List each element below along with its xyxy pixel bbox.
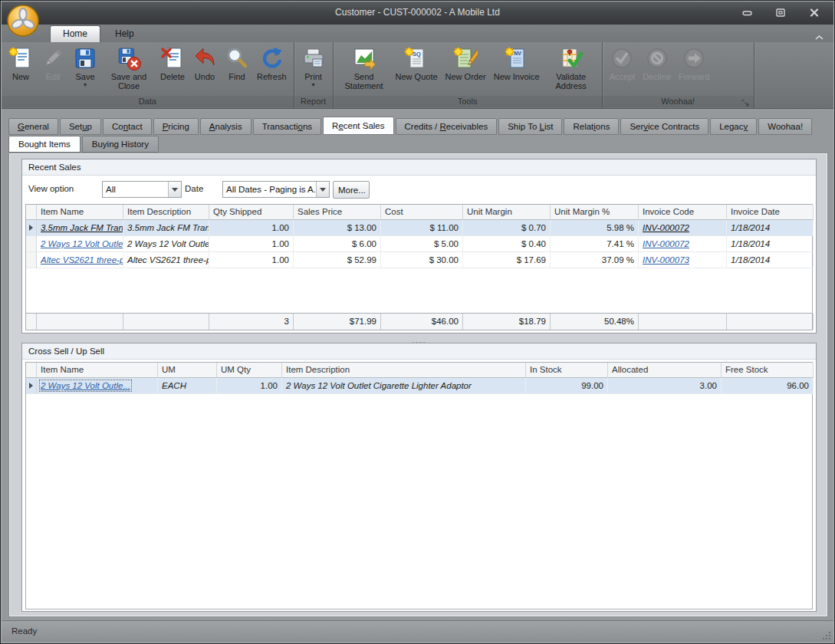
save-button[interactable]: Save▾ [69, 44, 101, 87]
column-header-qty-shipped[interactable]: Qty Shipped [209, 205, 294, 220]
column-header-um-qty[interactable]: UM Qty [217, 363, 282, 378]
invoice_code-link[interactable]: INV-000073 [643, 255, 689, 264]
print-button[interactable]: Print▾ [298, 44, 330, 87]
column-header-unit-margin[interactable]: Unit Margin [463, 205, 551, 220]
chevron-up-icon [814, 34, 824, 41]
column-header-invoice-date[interactable]: Invoice Date [727, 205, 814, 220]
table-row[interactable]: 2 Ways 12 Volt Outle...EACH1.002 Ways 12… [26, 378, 812, 394]
view-option-label: View option [28, 184, 74, 193]
column-header-um[interactable]: UM [158, 363, 217, 378]
new-quote-icon: SQ [404, 46, 429, 71]
date-dropdown[interactable]: All Dates - Paging is A... [222, 181, 330, 198]
view-option-dropdown[interactable]: All [102, 181, 182, 198]
tab-credits-receivables[interactable]: Credits / Receivables [396, 118, 498, 135]
forward-icon [682, 46, 706, 71]
invoice_code-link[interactable]: INV-000072 [643, 223, 689, 232]
resize-grip[interactable] [821, 630, 830, 639]
tab-transactions[interactable]: Transactions [253, 118, 321, 135]
tab-relations[interactable]: Relations [564, 118, 619, 135]
close-button[interactable] [806, 7, 823, 18]
find-label: Find [228, 72, 245, 81]
cell-item_description: 2 Ways 12 Volt Outlet Cigarette Lighter … [282, 378, 526, 394]
panel-splitter[interactable]: ···· [21, 334, 817, 342]
tab-setup[interactable]: Setup [60, 118, 101, 135]
save-and-close-button[interactable]: Save and Close [101, 44, 156, 90]
tab-service-contracts[interactable]: Service Contracts [620, 118, 708, 135]
cell-cost: $ 11.00 [381, 220, 463, 236]
new-order-button[interactable]: New Order [442, 44, 490, 81]
find-button[interactable]: Find [221, 44, 253, 81]
table-row[interactable]: 3.5mm Jack FM Tran...3.5mm Jack FM Tran.… [26, 220, 812, 236]
ribbon-tab-help[interactable]: Help [102, 25, 147, 42]
column-header-cost[interactable]: Cost [381, 205, 463, 220]
refresh-button[interactable]: Refresh [253, 44, 291, 81]
table-row[interactable]: 2 Ways 12 Volt Outle...2 Ways 12 Volt Ou… [26, 236, 812, 252]
item_name-link[interactable]: Altec VS2621 three-p... [41, 255, 123, 264]
new-button[interactable]: New [5, 44, 37, 81]
cell-invoice_date: 1/18/2014 [727, 220, 814, 236]
item_name-link[interactable]: 3.5mm Jack FM Tran... [41, 223, 123, 232]
ribbon-tab-home[interactable]: Home [50, 25, 100, 42]
edit-label: Edit [46, 72, 61, 81]
send-statement-button[interactable]: Send Statement [337, 44, 392, 90]
cell-item_name: 3.5mm Jack FM Tran... [37, 220, 123, 236]
cell-sales_price: $ 13.00 [294, 220, 381, 236]
send-statement-icon [352, 46, 376, 71]
column-header-invoice-code[interactable]: Invoice Code [639, 205, 727, 220]
item_name-link[interactable]: 2 Ways 12 Volt Outle... [41, 239, 123, 248]
sub-tab-buying-history[interactable]: Buying History [82, 136, 159, 153]
table-row[interactable]: Altec VS2621 three-p...Altec VS2621 thre… [26, 252, 812, 268]
total-item_description [123, 314, 209, 330]
column-header-item-description[interactable]: Item Description [282, 363, 526, 378]
total-invoice_date [727, 314, 814, 330]
cell-invoice_date: 1/18/2014 [727, 252, 814, 268]
maximize-button[interactable] [772, 7, 789, 18]
ribbon-group-woohaa: AcceptDeclineForwardWoohaa! [603, 42, 754, 108]
column-header-in-stock[interactable]: In Stock [526, 363, 608, 378]
validate-address-button[interactable]: Validate Address [544, 44, 599, 90]
accept-label: Accept [610, 72, 636, 81]
total-cost: $46.00 [381, 314, 463, 330]
tab-legacy[interactable]: Legacy [710, 118, 757, 135]
view-option-dropdown-button[interactable] [168, 182, 181, 197]
new-order-icon [453, 46, 478, 71]
column-header-item-description[interactable]: Item Description [123, 205, 209, 220]
tab-pricing[interactable]: Pricing [153, 118, 199, 135]
chevron-down-icon [172, 188, 178, 192]
column-header-allocated[interactable]: Allocated [608, 363, 722, 378]
column-header-free-stock[interactable]: Free Stock [722, 363, 814, 378]
tab-woohaa[interactable]: Woohaa! [758, 118, 812, 135]
decline-label: Decline [643, 72, 671, 81]
recent-sales-grid: Item NameItem DescriptionQty ShippedSale… [25, 204, 813, 330]
window-title: Customer - CUST-000002 - A Mobile Ltd [2, 7, 833, 18]
column-header-item-name[interactable]: Item Name [37, 363, 158, 378]
more-button[interactable]: More... [333, 181, 370, 199]
forward-button: Forward [675, 44, 713, 81]
ribbon-group-label-data: Data [2, 96, 294, 107]
tab-ship-to-list[interactable]: Ship To List [498, 118, 562, 135]
item_name-link[interactable]: 2 Ways 12 Volt Outle... [41, 381, 130, 390]
recent-sales-groupbox: Recent Sales View option All Date All Da… [21, 159, 817, 334]
current-row-arrow-icon [29, 383, 33, 389]
column-header-sales-price[interactable]: Sales Price [294, 205, 381, 220]
tab-recent-sales[interactable]: Recent Sales [323, 117, 393, 135]
minimize-button[interactable] [738, 7, 755, 18]
column-header-item-name[interactable]: Item Name [37, 205, 123, 220]
new-invoice-button[interactable]: NVNew Invoice [490, 44, 544, 81]
delete-button[interactable]: Delete [156, 44, 189, 81]
tab-contact[interactable]: Contact [103, 118, 152, 135]
application-menu-orb[interactable] [6, 4, 40, 38]
grid-header-row: Item NameItem DescriptionQty ShippedSale… [26, 205, 812, 220]
column-header-unit-margin[interactable]: Unit Margin % [551, 205, 639, 220]
tab-analysis[interactable]: Analysis [200, 118, 251, 135]
tab-general[interactable]: General [8, 118, 58, 135]
sub-tab-bought-items[interactable]: Bought Items [8, 136, 81, 153]
new-quote-button[interactable]: SQNew Quote [392, 44, 442, 81]
recent-sales-sub-tabs: Bought ItemsBuying History [8, 136, 160, 153]
collapse-ribbon-button[interactable] [814, 30, 824, 44]
date-dropdown-button[interactable] [316, 182, 329, 197]
date-value: All Dates - Paging is A... [223, 185, 316, 194]
undo-button[interactable]: Undo [189, 44, 221, 81]
invoice_code-link[interactable]: INV-000072 [643, 239, 689, 248]
dialog-launcher-button[interactable] [741, 97, 751, 107]
